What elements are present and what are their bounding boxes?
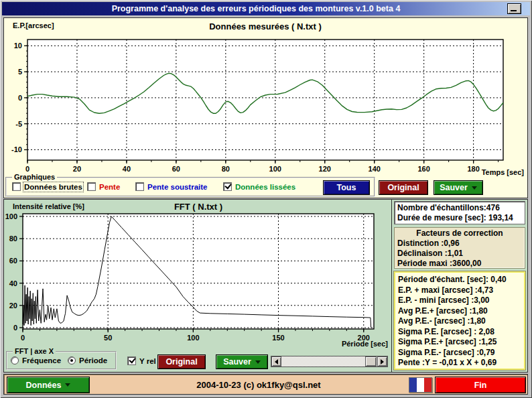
svg-text:140: 140	[369, 165, 381, 173]
svg-text:160: 160	[417, 165, 429, 173]
fft-x-axis-label: Période [sec]	[319, 340, 388, 348]
declinaison-value: Déclinaison :1,01	[395, 249, 525, 259]
radio-label: Fréquence	[22, 356, 61, 364]
svg-text:5: 5	[18, 68, 22, 76]
svg-text:80: 80	[9, 235, 17, 243]
sauver-button-label: Sauver	[440, 183, 468, 192]
sauver-button-fft[interactable]: Sauver	[216, 354, 268, 369]
svg-text:60: 60	[172, 165, 180, 173]
minimize-icon	[511, 10, 517, 11]
checkbox-box[interactable]	[87, 182, 96, 191]
left-arrow-icon	[275, 359, 278, 364]
svg-text:180: 180	[467, 165, 479, 173]
scrollbar-left-arrow[interactable]	[271, 356, 281, 367]
svg-text:-5: -5	[15, 120, 22, 128]
footer-bar: Données 2004-10-23 (c) ok1fky@qsl.net Fi…	[3, 374, 528, 395]
svg-text:50: 50	[104, 334, 112, 342]
sigma-pe-plus: Sigma P.E.+ [arcsec] :1,25	[395, 337, 524, 348]
checkbox-box[interactable]	[135, 182, 144, 191]
title-bar: Programme d'analyse des erreurs périodiq…	[2, 2, 530, 15]
sigma-pe-minus: Sigma P.E.- [arcsec] :0,79	[395, 348, 524, 358]
graphiques-group-label: Graphiques	[12, 173, 57, 181]
sauver-button-label: Sauver	[223, 357, 251, 367]
svg-text:20: 20	[9, 302, 17, 310]
original-button-label: Original	[387, 183, 419, 192]
flag-stripe-red	[424, 378, 431, 392]
flag-stripe-white	[417, 378, 424, 392]
fin-button[interactable]: Fin	[435, 377, 526, 393]
svg-text:0: 0	[21, 334, 25, 342]
scrollbar-right-arrow[interactable]	[377, 356, 387, 367]
fft-panel: Intensité relative [%] FFT ( N.txt ) 050…	[3, 199, 528, 373]
svg-text:80: 80	[222, 165, 230, 173]
radio-frequence[interactable]: Fréquence	[11, 356, 61, 364]
svg-text:-10: -10	[11, 145, 22, 153]
samples-box: Nombre d'échantillons:476 Durée de mesur…	[394, 201, 525, 224]
measured-data-panel: E.P.[arcsec] Données mesurées ( N.txt ) …	[3, 17, 528, 198]
svg-text:100: 100	[187, 334, 199, 342]
tous-button-label: Tous	[337, 183, 356, 192]
svg-text:40: 40	[123, 165, 131, 173]
distinction-value: Distinction :0,96	[395, 239, 525, 249]
svg-text:0: 0	[18, 94, 22, 102]
pente-equation: Pente :Y = -0,01 x X + 0,69	[395, 358, 524, 369]
radio-dot[interactable]	[68, 356, 76, 364]
credit-text: 2004-10-23 (c) ok1fky@qsl.net	[125, 377, 393, 393]
original-button-fft[interactable]: Original	[157, 354, 206, 369]
checkbox-label: Données brutes	[24, 183, 82, 191]
checkbox-pente-soustraite[interactable]: Pente soustraite	[135, 182, 207, 191]
svg-text:20: 20	[73, 165, 81, 173]
svg-text:0: 0	[13, 324, 17, 332]
radio-label: Période	[79, 356, 107, 364]
fin-button-label: Fin	[474, 381, 487, 390]
checkbox-label: Pente soustraite	[147, 183, 207, 191]
radio-dot[interactable]	[11, 356, 19, 364]
fft-scrollbar[interactable]	[271, 356, 388, 367]
french-flag-icon[interactable]	[409, 377, 432, 393]
sigma-pe: Sigma P.E. [arcsec] : 2,08	[395, 327, 524, 338]
avg-pe-plus: Avg P.E.+ [arcsec] :1,80	[395, 306, 524, 317]
dropdown-arrow-icon	[255, 360, 261, 364]
donnees-button-label: Données	[26, 381, 62, 390]
flag-stripe-blue	[409, 378, 417, 392]
radio-periode[interactable]: Période	[68, 356, 107, 364]
results-box: Période d'échant. [sec]: 0,40 E.P. + max…	[394, 271, 525, 370]
svg-text:100: 100	[269, 165, 281, 173]
app-window: Programme d'analyse des erreurs périodiq…	[0, 0, 532, 398]
measured-data-chart: 0204060801001201401601801050-5-10	[4, 18, 527, 175]
stats-column: Nombre d'échantillons:476 Durée de mesur…	[391, 200, 527, 372]
top-chart-x-axis-label: Temps [sec]	[482, 168, 524, 176]
checkbox-label: Y rel	[139, 357, 156, 365]
svg-text:60: 60	[9, 257, 17, 265]
measure-duration: Durée de mesure [sec]: 193,14	[395, 213, 525, 223]
fft-chart: 050100150200100806040200	[4, 200, 391, 342]
checkbox-pente[interactable]: Pente	[87, 182, 120, 191]
checkbox-donnees-brutes[interactable]: Données brutes	[12, 182, 82, 191]
svg-text:120: 120	[319, 165, 331, 173]
minimize-button[interactable]	[507, 3, 521, 14]
donnees-button[interactable]: Données	[7, 377, 90, 393]
right-arrow-icon	[381, 359, 384, 364]
checkbox-box[interactable]	[223, 182, 232, 191]
original-button-top[interactable]: Original	[379, 180, 428, 195]
tous-button[interactable]: Tous	[323, 180, 370, 195]
scrollbar-thumb[interactable]	[365, 356, 377, 367]
svg-text:100: 100	[5, 212, 17, 220]
avg-pe-minus: Avg P.E.- [arcsec] :1,80	[395, 316, 524, 327]
dropdown-arrow-icon	[65, 383, 70, 387]
fft-axis-group-label: FFT | axe X	[13, 347, 56, 355]
periode-echant: Période d'échant. [sec]: 0,40	[395, 275, 524, 285]
sauver-button-top[interactable]: Sauver	[434, 180, 483, 195]
svg-text:0: 0	[25, 165, 29, 173]
samples-count: Nombre d'échantillons:476	[395, 203, 525, 213]
checkbox-donnees-lissees[interactable]: Données lissées	[223, 182, 295, 191]
checkbox-box[interactable]	[12, 182, 21, 191]
window-title: Programme d'analyse des erreurs périodiq…	[2, 2, 510, 15]
svg-text:40: 40	[9, 279, 17, 287]
correction-box-title: Facteurs de correction	[395, 228, 525, 239]
svg-text:10: 10	[14, 42, 22, 50]
checkbox-label: Données lissées	[235, 183, 295, 191]
dropdown-arrow-icon	[472, 186, 477, 190]
checkbox-box[interactable]	[127, 356, 136, 365]
checkbox-y-rel[interactable]: Y rel	[127, 356, 156, 365]
